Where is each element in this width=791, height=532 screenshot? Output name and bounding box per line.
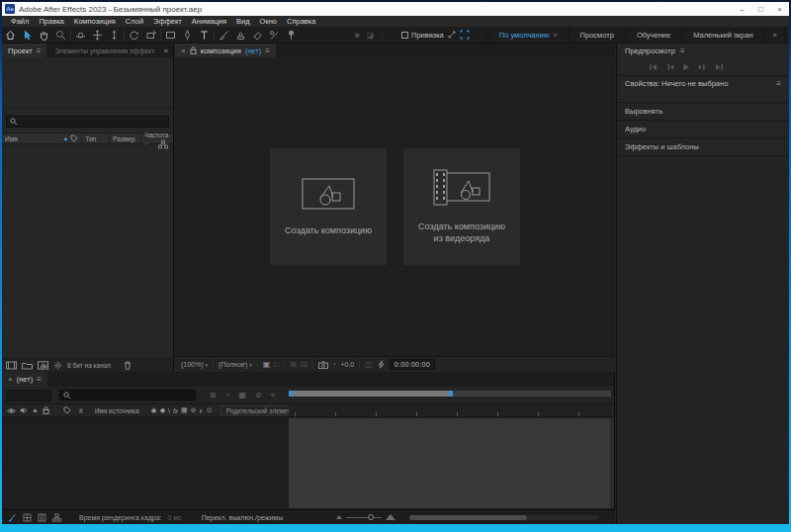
collapse-transformations-icon[interactable]: ◆: [160, 406, 165, 414]
timecode-display[interactable]: 0:00:00:00: [390, 359, 435, 370]
properties-panel-header[interactable]: Свойства: Ничего не выбрано ≡: [617, 76, 789, 91]
project-item-list[interactable]: [2, 135, 173, 358]
panel-menu-icon[interactable]: ≡: [680, 46, 685, 55]
shape-tool-icon[interactable]: [162, 28, 179, 43]
number-column[interactable]: #: [79, 407, 83, 414]
trash-icon[interactable]: [124, 361, 132, 370]
orbit-camera-tool-icon[interactable]: [72, 28, 89, 43]
audio-speaker-icon[interactable]: [20, 406, 28, 414]
snap-along-edges-icon[interactable]: [447, 30, 457, 40]
zoom-tool-icon[interactable]: [52, 28, 69, 43]
three-d-layer-icon[interactable]: ⊙: [207, 406, 213, 414]
panel-menu-icon[interactable]: ≡: [776, 79, 781, 88]
frame-blend-icon[interactable]: ▦: [181, 406, 188, 414]
work-area-end-handle[interactable]: [449, 391, 453, 397]
time-ruler[interactable]: [289, 404, 611, 416]
frame-blending-icon[interactable]: ⊘: [255, 391, 262, 399]
last-frame-icon[interactable]: [715, 63, 724, 71]
source-name-column[interactable]: Имя источника: [95, 407, 139, 414]
scrollbar-thumb[interactable]: [409, 515, 527, 520]
close-button[interactable]: ×: [770, 2, 789, 16]
project-flowchart-icon[interactable]: [158, 139, 168, 149]
hide-shy-layers-icon[interactable]: ▦: [239, 391, 247, 399]
draft-mode-icon[interactable]: [23, 513, 32, 522]
menu-layer[interactable]: Слой: [121, 17, 148, 26]
workspace-tab-review[interactable]: Просмотр: [569, 27, 625, 43]
dolly-camera-tool-icon[interactable]: [106, 28, 123, 43]
puppet-pin-tool-icon[interactable]: [283, 28, 300, 43]
region-of-interest-icon[interactable]: ⊡: [301, 360, 308, 369]
tab-project[interactable]: Проект ≡: [2, 44, 46, 57]
next-frame-icon[interactable]: [698, 63, 707, 71]
panel-menu-icon[interactable]: ≡: [37, 46, 42, 55]
work-area-bar[interactable]: [289, 391, 611, 397]
preview-panel-header[interactable]: Предпросмотр ≡: [617, 44, 789, 58]
label-column[interactable]: [63, 406, 71, 414]
columns-icon[interactable]: [38, 513, 46, 522]
menu-window[interactable]: Окно: [255, 17, 282, 26]
menu-file[interactable]: Файл: [6, 17, 34, 26]
new-composition-from-footage-button[interactable]: Создать композицию из видеоряда: [403, 148, 520, 265]
workspace-menu-icon[interactable]: ≡: [554, 32, 558, 39]
show-channel-icon[interactable]: ◔: [332, 360, 337, 369]
timeline-layer-area[interactable]: [2, 417, 614, 509]
type-tool-icon[interactable]: [196, 28, 213, 43]
eraser-tool-icon[interactable]: [249, 28, 266, 43]
comp-mini-flowchart-icon[interactable]: ⊞: [210, 391, 217, 399]
eye-icon[interactable]: [7, 407, 16, 414]
solo-icon[interactable]: [32, 407, 39, 414]
zoom-slider-handle[interactable]: [368, 514, 374, 520]
live-update-icon[interactable]: [8, 513, 17, 522]
menu-view[interactable]: Вид: [231, 17, 255, 26]
interpret-footage-icon[interactable]: [6, 361, 17, 370]
pan-behind-tool-icon[interactable]: [142, 28, 159, 43]
workspace-tab-learn[interactable]: Обучение: [625, 27, 681, 43]
mask-visibility-icon[interactable]: ⊞: [290, 360, 297, 369]
first-frame-icon[interactable]: [649, 63, 658, 71]
panel-menu-icon[interactable]: ≡: [37, 375, 42, 384]
lock-icon[interactable]: [43, 406, 49, 414]
tab-composition[interactable]: × композиция (нет) ≡: [175, 44, 276, 57]
safe-guides-icon[interactable]: ▣: [263, 360, 271, 369]
new-composition-button[interactable]: Создать композицию: [270, 148, 387, 265]
brush-tool-icon[interactable]: [216, 28, 232, 43]
work-area-region[interactable]: [293, 391, 449, 397]
snap-checkbox[interactable]: [401, 32, 408, 39]
pen-tool-icon[interactable]: [179, 28, 196, 43]
effects-fx-icon[interactable]: fx: [173, 407, 178, 414]
play-icon[interactable]: [682, 63, 690, 71]
timeline-track-background[interactable]: [289, 418, 611, 508]
audio-panel-header[interactable]: Аудио: [617, 121, 789, 137]
menu-edit[interactable]: Правка: [34, 17, 68, 26]
hand-tool-icon[interactable]: [36, 28, 52, 43]
timeline-horizontal-scrollbar[interactable]: [409, 515, 599, 520]
zoom-slider-track[interactable]: [346, 517, 382, 518]
rotation-tool-icon[interactable]: [126, 28, 142, 43]
current-time-display[interactable]: [6, 390, 51, 401]
menu-help[interactable]: Справка: [282, 17, 320, 26]
pixel-aspect-icon[interactable]: ◫: [365, 360, 373, 369]
menu-effect[interactable]: Эффект: [148, 17, 187, 26]
lock-icon[interactable]: [190, 46, 197, 54]
new-folder-icon[interactable]: [22, 361, 33, 370]
workspace-overflow-chevron[interactable]: »: [764, 27, 786, 43]
tab-effect-controls[interactable]: Элементы управления эффектами: [46, 44, 155, 57]
clone-stamp-tool-icon[interactable]: [232, 28, 249, 43]
menu-animation[interactable]: Анимация: [187, 17, 231, 26]
grid-icon[interactable]: □: [274, 360, 279, 369]
close-tab-icon[interactable]: ×: [8, 375, 13, 384]
zoom-out-mountain-icon[interactable]: [336, 515, 342, 519]
previous-frame-icon[interactable]: [665, 63, 674, 71]
project-search-input[interactable]: [6, 116, 169, 128]
draft-3d-icon[interactable]: ◔: [225, 391, 230, 399]
resolution-dropdown[interactable]: (Полное) ▾: [219, 361, 252, 368]
workspace-tab-small-screen[interactable]: Маленький экран: [681, 27, 763, 43]
timeline-search-input[interactable]: [59, 390, 196, 400]
quality-icon[interactable]: \: [168, 407, 170, 414]
new-composition-icon[interactable]: [38, 361, 48, 370]
home-icon[interactable]: [2, 28, 19, 43]
exposure-value[interactable]: +0.0: [340, 361, 354, 368]
menu-composition[interactable]: Композиция: [69, 17, 121, 26]
toggle-switches-modes-button[interactable]: Перекл. выключ./режимы: [202, 514, 284, 521]
close-tab-icon[interactable]: ×: [181, 46, 186, 55]
